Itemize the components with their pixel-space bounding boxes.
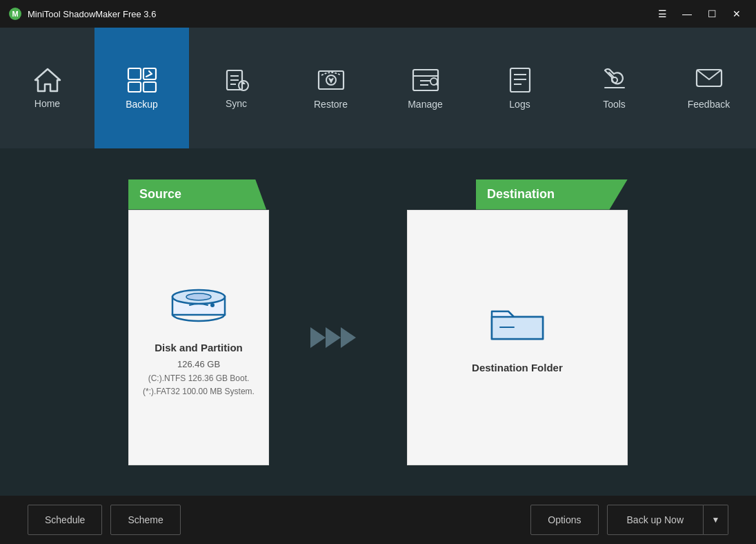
- window-controls: ☰ — ☐ ✕: [651, 6, 748, 22]
- feedback-icon: [694, 67, 724, 93]
- nav-home[interactable]: Home: [0, 28, 94, 148]
- svg-rect-3: [128, 68, 141, 79]
- nav-manage-label: Manage: [408, 99, 443, 110]
- destination-header-label: Destination: [487, 187, 555, 202]
- nav-logs[interactable]: Logs: [472, 28, 567, 148]
- source-header: Source: [128, 179, 266, 210]
- arrow-container: [310, 290, 366, 355]
- nav-restore[interactable]: Restore: [284, 28, 378, 148]
- source-details: (C:).NTFS 126.36 GB Boot. (*:).FAT32 100…: [143, 372, 255, 398]
- svg-rect-4: [143, 68, 156, 79]
- sync-icon: [223, 68, 250, 93]
- destination-header: Destination: [476, 179, 628, 210]
- svg-point-35: [210, 303, 215, 307]
- backup-dropdown-button[interactable]: ▼: [704, 505, 728, 535]
- nav-feedback-label: Feedback: [688, 99, 730, 110]
- disk-icon: [168, 276, 230, 328]
- options-button[interactable]: Options: [530, 505, 598, 535]
- backup-icon: [127, 67, 157, 93]
- source-header-label: Source: [139, 187, 181, 202]
- svg-rect-5: [128, 82, 141, 92]
- svg-point-34: [186, 293, 211, 300]
- manage-icon: [410, 67, 441, 93]
- svg-marker-2: [35, 69, 60, 91]
- scheme-button[interactable]: Scheme: [110, 505, 180, 535]
- svg-point-16: [330, 79, 332, 81]
- nav-sync-label: Sync: [226, 98, 247, 109]
- source-section: Source Disk and Partition 126.46 GB (C:)…: [128, 179, 269, 465]
- title-bar: M MiniTool ShadowMaker Free 3.6 ☰ — ☐ ✕: [0, 0, 756, 28]
- menu-button[interactable]: ☰: [651, 6, 673, 22]
- source-card[interactable]: Disk and Partition 126.46 GB (C:).NTFS 1…: [128, 210, 269, 465]
- logs-icon: [506, 67, 534, 93]
- maximize-button[interactable]: ☐: [701, 6, 723, 22]
- source-detail2: (*:).FAT32 100.00 MB System.: [143, 387, 255, 396]
- app-icon: M: [8, 7, 22, 21]
- nav-restore-label: Restore: [314, 99, 348, 110]
- minimize-button[interactable]: —: [676, 6, 698, 22]
- app-title: MiniTool ShadowMaker Free 3.6: [28, 9, 651, 19]
- bottom-right-group: Options Back up Now ▼: [530, 505, 728, 535]
- destination-card[interactable]: Destination Folder: [407, 210, 628, 465]
- destination-title: Destination Folder: [472, 362, 563, 373]
- tools-icon: [599, 67, 630, 93]
- svg-line-8: [146, 74, 152, 77]
- source-title: Disk and Partition: [155, 342, 243, 353]
- folder-icon: [486, 296, 548, 348]
- nav-tools-label: Tools: [603, 99, 626, 110]
- forward-arrows-icon: [310, 320, 366, 355]
- destination-section: Destination Destination Folder: [407, 179, 628, 465]
- nav-manage[interactable]: Manage: [378, 28, 472, 148]
- nav-logs-label: Logs: [509, 99, 530, 110]
- nav-bar: Home Backup Sync: [0, 28, 756, 148]
- nav-feedback[interactable]: Feedback: [662, 28, 756, 148]
- svg-marker-36: [310, 327, 326, 348]
- bottom-bar: Schedule Scheme Options Back up Now ▼: [0, 496, 756, 544]
- restore-icon: [316, 67, 346, 93]
- nav-home-label: Home: [34, 98, 60, 109]
- nav-sync[interactable]: Sync: [189, 28, 284, 148]
- nav-backup-label: Backup: [126, 99, 158, 110]
- schedule-button[interactable]: Schedule: [28, 505, 102, 535]
- close-button[interactable]: ✕: [726, 6, 748, 22]
- nav-tools[interactable]: Tools: [567, 28, 662, 148]
- svg-marker-38: [341, 327, 356, 348]
- svg-rect-6: [143, 82, 156, 92]
- svg-marker-37: [326, 327, 341, 348]
- source-size: 126.46 GB: [177, 359, 220, 369]
- home-icon: [34, 68, 61, 93]
- svg-text:M: M: [12, 10, 18, 18]
- nav-backup[interactable]: Backup: [94, 28, 189, 148]
- source-detail1: (C:).NTFS 126.36 GB Boot.: [148, 373, 250, 383]
- main-content: Source Disk and Partition 126.46 GB (C:)…: [0, 148, 756, 496]
- backup-now-button[interactable]: Back up Now: [607, 505, 704, 535]
